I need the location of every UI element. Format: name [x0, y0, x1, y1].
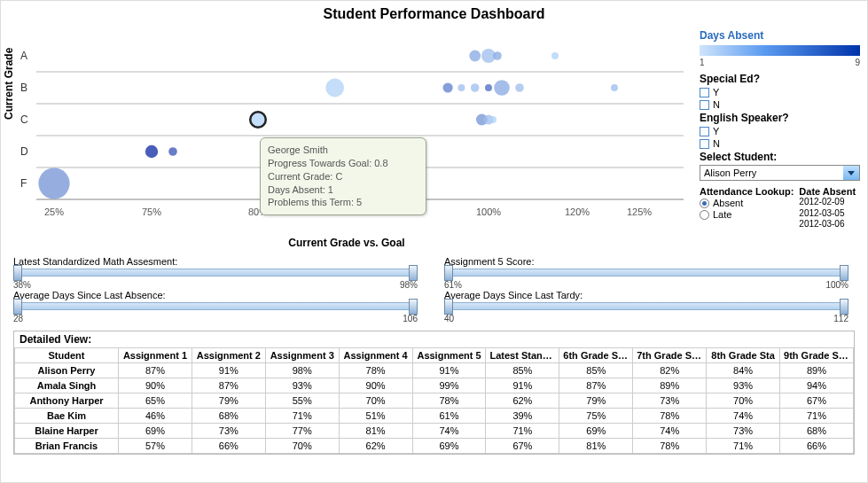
table-cell: 69% [412, 439, 486, 454]
table-cell: 62% [486, 393, 559, 409]
chart-point[interactable] [485, 84, 492, 91]
slider-handle-right[interactable] [840, 299, 848, 315]
table-header[interactable]: 9th Grade Stan [780, 348, 854, 363]
table-cell: 90% [119, 378, 192, 393]
table-header[interactable]: Assignment 4 [339, 348, 412, 363]
chart-point[interactable] [611, 84, 618, 91]
table-header[interactable]: Latest Standard [486, 348, 559, 363]
table-cell: 75% [559, 409, 633, 424]
chart-point[interactable] [250, 112, 266, 128]
table-cell: 93% [707, 378, 780, 393]
student-name-cell: Bae Kim [15, 409, 119, 424]
table-row[interactable]: Alison Perry87%91%98%78%91%85%85%82%84%8… [15, 363, 854, 378]
dates-header: Date Absent [799, 186, 856, 197]
chart-point[interactable] [325, 79, 344, 97]
chart-point[interactable] [515, 83, 524, 92]
chart-point[interactable] [168, 147, 177, 156]
chart-point[interactable] [493, 51, 502, 60]
checkbox-label: N [713, 138, 720, 149]
table-cell: 70% [339, 393, 412, 409]
slider-handle-right[interactable] [409, 265, 418, 281]
table-cell: 69% [559, 424, 633, 439]
chart-point[interactable] [551, 52, 559, 59]
select-student-dropdown[interactable]: Alison Perry [700, 165, 860, 181]
table-row[interactable]: Blaine Harper69%73%77%81%74%71%69%74%73%… [15, 424, 854, 439]
table-cell: 39% [486, 409, 559, 424]
table-cell: 87% [559, 378, 633, 393]
slider-handle-right[interactable] [409, 299, 418, 315]
side-panel: Days Absent 1 9 Special Ed? Y N English … [692, 22, 867, 253]
table-cell: 51% [339, 409, 412, 424]
table-cell: 93% [265, 378, 339, 393]
date-absent: 2012-03-06 [799, 219, 856, 230]
checkbox-specialed-n[interactable] [700, 100, 709, 110]
chart-point[interactable] [494, 80, 510, 96]
slider-handle-left[interactable] [444, 265, 453, 281]
table-cell: 91% [486, 378, 559, 393]
slider-handle-left[interactable] [13, 265, 22, 281]
slider-max: 98% [400, 280, 418, 290]
table-cell: 98% [265, 363, 339, 378]
chart-point[interactable] [469, 51, 481, 62]
checkbox-english-y[interactable] [700, 127, 709, 136]
chart-point[interactable] [38, 167, 69, 199]
scatter-chart[interactable]: ABCDF25%75%80%83%100%120%125% Current Gr… [1, 22, 692, 253]
slider-assignment5[interactable] [444, 269, 848, 277]
table-title: Detailed View: [14, 331, 854, 347]
radio-absent[interactable] [700, 199, 709, 208]
slider-math-assessment[interactable] [13, 269, 418, 277]
table-header[interactable]: 7th Grade Stan [633, 348, 707, 363]
slider-days-absence[interactable] [13, 302, 418, 310]
chart-point[interactable] [145, 145, 158, 158]
y-tick-label: D [20, 145, 28, 158]
chart-tooltip: George Smith Progress Towards Goal: 0.8 … [260, 137, 426, 215]
table-cell: 66% [192, 439, 265, 454]
table-row[interactable]: Anthony Harper65%79%55%70%78%62%79%73%70… [15, 393, 854, 409]
table-cell: 70% [265, 439, 339, 454]
attendance-lookup-title: Attendance Lookup: [700, 186, 794, 197]
x-tick-label: 75% [142, 206, 161, 217]
table-header[interactable]: Student [15, 348, 119, 363]
x-tick-label: 100% [476, 206, 501, 217]
table-cell: 91% [192, 363, 265, 378]
table-header[interactable]: Assignment 1 [119, 348, 192, 363]
table-row[interactable]: Amala Singh90%87%93%90%99%91%87%89%93%94… [15, 378, 854, 393]
table-cell: 73% [633, 393, 707, 409]
table-header[interactable]: 8th Grade Sta [707, 348, 780, 363]
table-row[interactable]: Bae Kim46%68%71%51%61%39%75%78%74%71% [15, 409, 854, 424]
table-row[interactable]: Brian Francis57%66%70%62%69%67%81%78%71%… [15, 439, 854, 454]
x-tick-label: 120% [565, 206, 590, 217]
slider-days-tardy[interactable] [444, 302, 848, 310]
chart-point[interactable] [457, 84, 465, 91]
table-cell: 61% [412, 409, 486, 424]
tooltip-line4: Problems this Term: 5 [268, 196, 418, 209]
chart-point[interactable] [489, 116, 497, 123]
slider-handle-left[interactable] [444, 299, 453, 315]
table-cell: 71% [707, 439, 780, 454]
slider-max: 106 [403, 314, 418, 323]
tooltip-line2: Current Grade: C [268, 170, 418, 183]
table-cell: 79% [192, 393, 265, 409]
slider-label: Assignment 5 Score: [444, 256, 848, 267]
legend-title: Days Absent [700, 29, 860, 42]
table-header[interactable]: Assignment 2 [192, 348, 265, 363]
table-header[interactable]: Assignment 5 [412, 348, 486, 363]
table-cell: 71% [265, 409, 339, 424]
slider-label: Average Days Since Last Tardy: [444, 290, 848, 300]
chart-point[interactable] [443, 82, 453, 92]
radio-late[interactable] [700, 210, 709, 220]
chevron-down-icon[interactable] [843, 166, 859, 180]
table-cell: 65% [119, 393, 192, 409]
table-header[interactable]: Assignment 3 [265, 348, 339, 363]
checkbox-label: Y [713, 126, 719, 136]
table-cell: 74% [633, 424, 707, 439]
chart-point[interactable] [471, 83, 480, 92]
table-cell: 84% [707, 363, 780, 378]
slider-handle-left[interactable] [13, 299, 22, 315]
table-cell: 78% [633, 439, 707, 454]
checkbox-english-n[interactable] [700, 139, 709, 149]
table-header[interactable]: 6th Grade Stand [559, 348, 633, 363]
slider-handle-right[interactable] [840, 265, 848, 281]
checkbox-specialed-y[interactable] [700, 88, 709, 97]
table-cell: 68% [780, 424, 854, 439]
